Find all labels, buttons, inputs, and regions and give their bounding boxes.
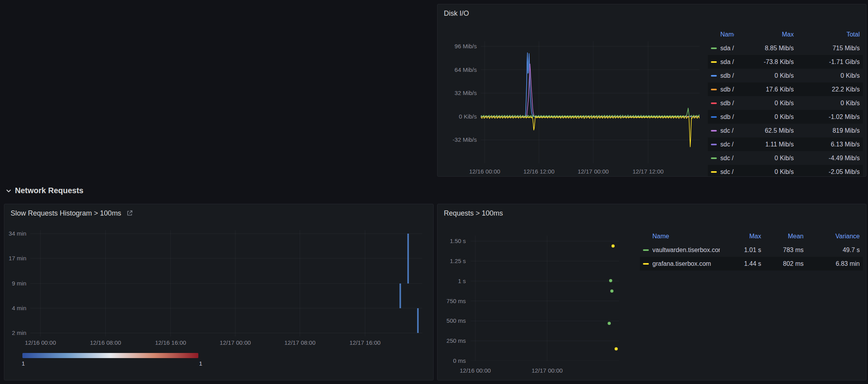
axis-tick-label: 12/17 00:00 bbox=[208, 339, 263, 347]
series-color-swatch bbox=[711, 130, 717, 132]
legend-header-mean[interactable]: Mean bbox=[764, 233, 807, 240]
grafana-dashboard: Disk I/O NameMaxTotalsda / reads8.85 Mib… bbox=[0, 0, 868, 384]
legend-header-max[interactable]: Max bbox=[734, 31, 797, 38]
requests-scatter-chart[interactable] bbox=[471, 236, 619, 361]
legend-value-total: -2.05 Mib/s bbox=[797, 168, 863, 176]
legend-series-name[interactable]: sdc / writes bbox=[708, 155, 734, 162]
legend-series-name[interactable]: sdb / reads bbox=[708, 72, 734, 79]
axis-tick-label: 12/17 00:00 bbox=[520, 367, 575, 375]
legend-value-total: 0 Kib/s bbox=[797, 100, 863, 107]
panel-disk-io: Disk I/O NameMaxTotalsda / reads8.85 Mib… bbox=[437, 4, 866, 177]
legend-row: sdc / reads1.11 Mib/s6.13 Mib/s bbox=[708, 137, 863, 151]
external-link-icon[interactable] bbox=[126, 210, 133, 217]
legend-value-total: -1.71 Gib/s bbox=[797, 59, 863, 66]
axis-tick-label: 12/16 00:00 bbox=[448, 367, 503, 375]
axis-tick-label: 12/17 00:00 bbox=[566, 168, 621, 176]
legend-header-total[interactable]: Total bbox=[797, 31, 863, 38]
axis-tick-label: -32 Mib/s bbox=[438, 136, 477, 144]
legend-value-mean: 783 ms bbox=[764, 247, 807, 254]
legend-row: sdb / writes0 Kib/s0 Kib/s bbox=[708, 96, 863, 110]
legend-value-total: -1.02 Mib/s bbox=[797, 113, 863, 121]
legend-value-total: 22.2 Kib/s bbox=[797, 86, 863, 93]
legend-value-max: 0 Kib/s bbox=[734, 155, 797, 162]
legend-value-max: 1.44 s bbox=[720, 260, 764, 267]
axis-tick-label: 1.25 s bbox=[438, 257, 466, 265]
axis-tick-label: 12/16 08:00 bbox=[78, 339, 133, 347]
legend-value-variance: 49.7 s bbox=[807, 247, 863, 254]
legend-value-variance: 6.83 min bbox=[807, 260, 863, 267]
legend-row: sda / writes-73.8 Kib/s-1.71 Gib/s bbox=[708, 55, 863, 69]
legend-header-max[interactable]: Max bbox=[720, 233, 764, 240]
axis-tick-label: 96 Mib/s bbox=[438, 42, 477, 50]
legend-value-max: -73.8 Kib/s bbox=[734, 59, 797, 66]
slow-requests-heatmap[interactable] bbox=[30, 230, 422, 336]
legend-value-total: 6.13 Mib/s bbox=[797, 141, 863, 148]
panel-requests: Requests > 100ms NameMaxMeanVariancevaul… bbox=[437, 204, 866, 380]
legend-value-max: 0 Kib/s bbox=[734, 100, 797, 107]
panel-title[interactable]: Slow Requests Histogram > 100ms bbox=[11, 209, 121, 218]
axis-tick-label: 17 min bbox=[4, 254, 26, 262]
panel-header: Requests > 100ms bbox=[438, 204, 866, 222]
legend-series-name[interactable]: sdb / writes bbox=[708, 113, 734, 121]
legend-series-name[interactable]: sdc / writes bbox=[708, 168, 734, 176]
legend-series-name[interactable]: sda / reads bbox=[708, 45, 734, 52]
disk-io-chart[interactable] bbox=[481, 41, 700, 163]
axis-tick-label: 12/16 12:00 bbox=[511, 168, 566, 176]
requests-chart-canvas bbox=[471, 236, 619, 361]
color-scale-min-label: 1 bbox=[22, 360, 25, 367]
legend-series-name[interactable]: sdb / writes bbox=[708, 100, 734, 107]
axis-tick-label: 0 ms bbox=[438, 357, 466, 365]
legend-series-name[interactable]: sda / writes bbox=[708, 59, 734, 66]
disk-io-chart-canvas bbox=[481, 41, 700, 163]
panel-title[interactable]: Requests > 100ms bbox=[444, 209, 503, 218]
series-color-swatch bbox=[711, 89, 717, 90]
legend-value-total: -4.49 Mib/s bbox=[797, 155, 863, 162]
panel-title[interactable]: Disk I/O bbox=[444, 9, 469, 18]
axis-tick-label: 32 Mib/s bbox=[438, 89, 477, 97]
legend-series-name[interactable]: sdb / reads bbox=[708, 86, 734, 93]
legend-value-max: 0 Kib/s bbox=[734, 72, 797, 79]
series-color-swatch bbox=[711, 48, 717, 49]
axis-tick-label: 500 ms bbox=[438, 317, 466, 325]
axis-tick-label: 34 min bbox=[4, 230, 26, 238]
series-color-swatch bbox=[643, 249, 649, 251]
axis-tick-label: 9 min bbox=[4, 280, 26, 287]
legend-header-row: NameMaxTotal bbox=[708, 27, 863, 41]
legend-row: sdb / reads0 Kib/s0 Kib/s bbox=[708, 69, 863, 82]
axis-tick-label: 1 s bbox=[438, 277, 466, 285]
heatmap-color-scale bbox=[22, 353, 198, 358]
legend-row: sdc / writes0 Kib/s-4.49 Mib/s bbox=[708, 151, 863, 165]
legend-series-name[interactable]: sdc / reads bbox=[708, 141, 734, 148]
legend-value-total: 715 Mib/s bbox=[797, 45, 863, 52]
panel-header: Disk I/O bbox=[438, 4, 866, 22]
axis-tick-label: 12/17 08:00 bbox=[273, 339, 328, 347]
legend-row: sda / reads8.85 Mib/s715 Mib/s bbox=[708, 41, 863, 55]
axis-tick-label: 1.50 s bbox=[438, 237, 466, 245]
legend-header-name[interactable]: Name bbox=[708, 31, 734, 38]
series-color-swatch bbox=[711, 75, 717, 77]
legend-header-name[interactable]: Name bbox=[640, 233, 720, 240]
axis-tick-label: 2 min bbox=[4, 329, 26, 337]
chevron-down-icon bbox=[5, 188, 12, 194]
legend-row: sdc / writes0 Kib/s-2.05 Mib/s bbox=[708, 165, 863, 176]
axis-tick-label: 750 ms bbox=[438, 297, 466, 305]
axis-tick-label: 0 Kib/s bbox=[438, 113, 477, 121]
legend-series-name[interactable]: sdc / reads bbox=[708, 127, 734, 134]
series-color-swatch bbox=[711, 61, 717, 63]
legend-series-name[interactable]: grafana.tiserbox.com bbox=[640, 260, 720, 267]
requests-legend-table: NameMaxMeanVariancevaultwarden.tiserbox.… bbox=[640, 229, 863, 271]
legend-value-total: 0 Kib/s bbox=[797, 72, 863, 79]
legend-row: sdb / writes0 Kib/s-1.02 Mib/s bbox=[708, 110, 863, 124]
axis-tick-label: 12/17 12:00 bbox=[621, 168, 676, 176]
legend-header-variance[interactable]: Variance bbox=[807, 233, 863, 240]
series-color-swatch bbox=[711, 171, 717, 173]
legend-series-name[interactable]: vaultwarden.tiserbox.com bbox=[640, 247, 720, 254]
panel-header: Slow Requests Histogram > 100ms bbox=[4, 204, 433, 222]
row-header-network-requests[interactable]: Network Requests bbox=[5, 186, 84, 195]
series-color-swatch bbox=[711, 157, 717, 159]
legend-value-max: 62.5 Mib/s bbox=[734, 127, 797, 134]
legend-value-max: 0 Kib/s bbox=[734, 113, 797, 121]
section-title: Network Requests bbox=[15, 186, 84, 195]
legend-header-row: NameMaxMeanVariance bbox=[640, 229, 863, 243]
slow-requests-heatmap-canvas bbox=[30, 230, 422, 336]
